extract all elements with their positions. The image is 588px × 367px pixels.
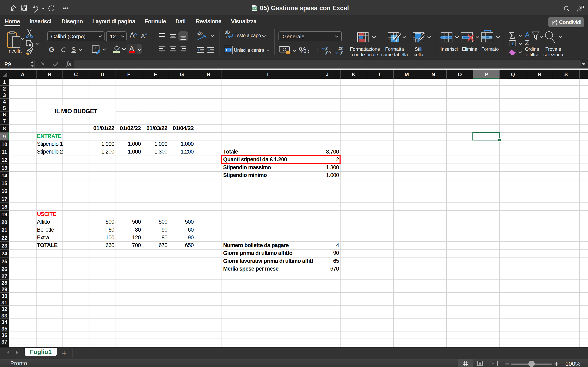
svg-text:X: X	[252, 7, 254, 10]
